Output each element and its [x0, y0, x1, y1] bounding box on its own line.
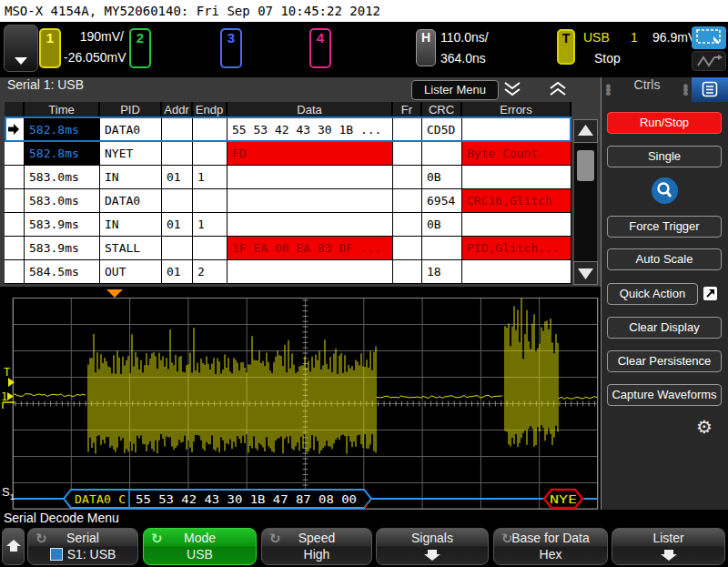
clear-persistence-button[interactable]: Clear Persistence: [607, 350, 722, 372]
cell-errors: [462, 260, 571, 284]
cell-fr: [393, 213, 422, 237]
cell-addr: [162, 142, 193, 166]
run-stop-button[interactable]: Run/Stop: [607, 112, 722, 134]
cell-crc: 18: [422, 260, 462, 284]
channel-1-ground-marker: 1: [1, 390, 7, 403]
magnifier-icon: [652, 177, 678, 204]
dashed-rect-cursor-icon: [692, 26, 726, 49]
quick-action-popout-button[interactable]: [703, 287, 717, 300]
cell-errors: [462, 118, 571, 142]
chevron-double-up-icon[interactable]: [548, 82, 568, 96]
cell-data: [228, 260, 393, 284]
cell-endp: [193, 189, 228, 213]
softkey-serial[interactable]: ↻ Serial S1: USB: [27, 528, 138, 565]
waveform-svg: T1DATA0 C55 53 42 43 30 1B 47 87 08 00NY…: [0, 298, 601, 510]
waveform-display[interactable]: T1DATA0 C55 53 42 43 30 1B 47 87 08 00NY…: [0, 298, 601, 510]
cell-pid: IN: [100, 213, 162, 237]
scrollbar-up-button[interactable]: [573, 119, 598, 143]
auto-scale-button[interactable]: Auto Scale: [607, 248, 722, 270]
cell-marker: [5, 237, 25, 260]
channel-4-button[interactable]: 4: [309, 28, 331, 68]
horizontal-button[interactable]: H: [416, 29, 436, 66]
force-trigger-button[interactable]: Force Trigger: [607, 216, 722, 238]
cell-addr: 01: [162, 260, 193, 284]
cell-time: 583.9ms: [25, 213, 100, 237]
scrollbar-down-button[interactable]: [573, 261, 598, 285]
softkey-mode[interactable]: ↻ Mode USB: [143, 528, 257, 565]
softkey-base-for-data[interactable]: ↻ Base for Data Hex: [493, 528, 608, 565]
sidebar-tab[interactable]: [692, 77, 728, 102]
cell-fr: [393, 142, 422, 166]
softkey-title: Mode: [144, 531, 256, 545]
table-row[interactable]: 583.9msIN0110B: [5, 213, 571, 237]
cell-endp: [193, 237, 228, 260]
channel-1-button[interactable]: 1: [39, 28, 61, 68]
cell-marker: [5, 189, 25, 213]
channel-2-button[interactable]: 2: [129, 28, 151, 68]
cell-endp: 2: [193, 260, 228, 284]
scrollbar-thumb[interactable]: [577, 150, 594, 181]
clear-display-button[interactable]: Clear Display: [607, 317, 722, 339]
serial-checkbox[interactable]: [50, 548, 63, 561]
cell-time: 582.8ms: [25, 142, 100, 166]
scrollbar-track[interactable]: [573, 119, 598, 285]
column-header-crc: CRC: [422, 102, 462, 118]
channel-1-offset: -26.050mV: [64, 50, 124, 65]
table-row[interactable]: 582.8msNYETFDByte Count: [5, 142, 571, 166]
cell-errors: Byte Count: [462, 142, 571, 166]
trigger-level: 96.9mV: [652, 30, 696, 45]
zoom-search-button[interactable]: [652, 177, 678, 204]
cell-endp: 1: [193, 213, 228, 237]
capture-waveforms-button[interactable]: Capture Waveforms: [607, 384, 722, 406]
cell-endp: [193, 142, 228, 166]
channel-3-button[interactable]: 3: [220, 28, 242, 68]
cell-fr: [393, 260, 422, 284]
cell-addr: [162, 237, 193, 260]
softkey-speed[interactable]: ↻ Speed High: [261, 528, 372, 565]
cell-crc: 6954: [422, 189, 462, 213]
cell-data: FD: [228, 142, 393, 166]
decoded-bytes-text: 55 53 42 43 30 1B 47 87 08 00: [136, 492, 357, 506]
panel-grip-icon: ●●●: [683, 85, 688, 96]
cell-data: [228, 189, 393, 213]
settings-gear-icon[interactable]: ⚙: [696, 416, 713, 438]
table-row[interactable]: 584.5msOUT01218: [5, 260, 571, 284]
cell-data: [228, 166, 393, 189]
quick-action-button[interactable]: Quick Action: [607, 283, 698, 305]
trigger-button[interactable]: T: [557, 29, 575, 65]
menu-back-button[interactable]: [2, 528, 25, 565]
column-header-endp: Endp: [193, 102, 228, 118]
rectangle-zoom-button[interactable]: [692, 26, 726, 49]
chevron-double-down-icon[interactable]: [502, 82, 522, 96]
cell-time: 584.5ms: [25, 260, 100, 284]
cell-pid: NYET: [100, 142, 162, 166]
cell-data: 55 53 42 43 30 1B ...: [228, 118, 393, 142]
trigger-position-marker[interactable]: [106, 289, 123, 298]
cell-pid: DATA0: [100, 118, 162, 142]
cell-time: 583.0ms: [25, 166, 100, 189]
cell-pid: STALL: [100, 237, 162, 260]
lister-panel: Serial 1: USB Lister Menu TimePIDAddrEnd…: [0, 77, 601, 287]
single-button[interactable]: Single: [607, 146, 722, 167]
table-row[interactable]: 583.9msSTALL1F EA 00 EA 83 DF ...PID,Gli…: [5, 237, 571, 260]
scope-menu-button[interactable]: [4, 25, 38, 72]
cell-marker: [5, 213, 25, 237]
lister-menu-button[interactable]: Lister Menu: [411, 80, 499, 100]
decoded-error-packet-text: NYE: [550, 492, 577, 506]
table-row[interactable]: 583.0msDATA06954CRC16,Glitch: [5, 189, 571, 213]
softkey-lister[interactable]: Lister: [612, 528, 725, 565]
table-row[interactable]: 582.8msDATA055 53 42 43 30 1B ...CD5D: [5, 118, 571, 142]
softkey-value: High: [262, 547, 371, 562]
column-header-addr: Addr: [162, 102, 193, 118]
cell-marker: [5, 142, 25, 166]
cell-errors: PID,Glitch...: [462, 237, 571, 260]
table-header-row: TimePIDAddrEndpDataFrCRCErrors: [5, 102, 571, 118]
table-row[interactable]: 583.0msIN0110B: [5, 166, 571, 189]
cell-errors: [462, 166, 571, 189]
arrow-up-icon: [5, 540, 22, 552]
cell-crc: CD5D: [422, 118, 462, 142]
cell-addr: [162, 118, 193, 142]
arrow-down-icon: [423, 550, 441, 562]
waveform-drag-button[interactable]: [692, 51, 726, 71]
softkey-signals[interactable]: Signals: [376, 528, 489, 565]
